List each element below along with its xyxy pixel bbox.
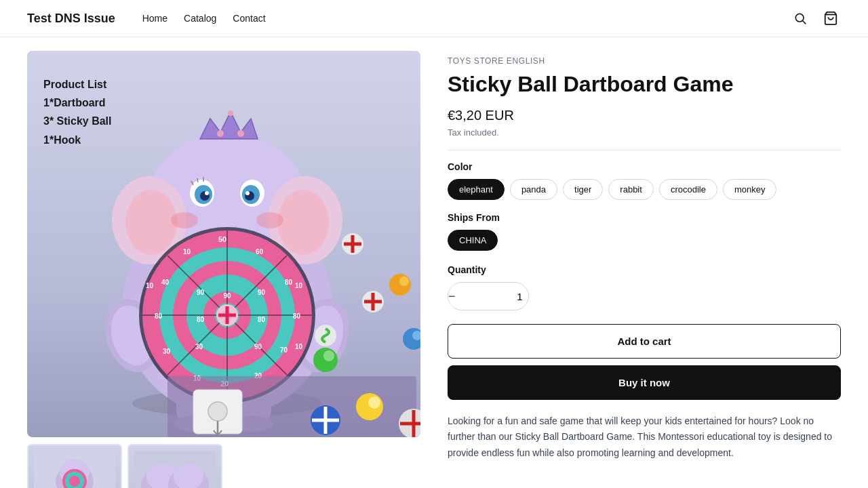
quantity-input[interactable]	[456, 291, 529, 302]
product-description: Looking for a fun and safe game that wil…	[448, 413, 841, 460]
main-product-image: Product List 1*Dartboard 3* Sticky Ball …	[27, 51, 420, 437]
svg-text:40: 40	[161, 279, 170, 286]
svg-text:90: 90	[258, 289, 266, 296]
image-background: Product List 1*Dartboard 3* Sticky Ball …	[27, 51, 420, 437]
search-icon	[793, 12, 807, 25]
svg-point-8	[228, 110, 233, 116]
main-content: Product List 1*Dartboard 3* Sticky Ball …	[0, 37, 868, 488]
color-monkey[interactable]: monkey	[723, 179, 777, 200]
main-nav: Home Catalog Contact	[142, 13, 791, 24]
product-title: Sticky Ball Dartboard Game	[448, 71, 841, 97]
color-options: elephant panda tiger rabbit crocodile mo…	[448, 179, 841, 200]
svg-text:80: 80	[258, 316, 266, 323]
svg-line-1	[803, 21, 806, 24]
cart-icon	[823, 11, 838, 26]
header-icons	[791, 8, 841, 28]
svg-point-91	[368, 396, 380, 409]
svg-text:90: 90	[254, 343, 262, 350]
svg-text:80: 80	[155, 312, 163, 320]
thumb-image-1	[28, 445, 121, 488]
product-illustration: 50 60 80 80 70 20 20 10 30 80 40 10 10 9…	[27, 51, 420, 437]
ships-from-options: CHINA	[448, 230, 841, 251]
add-to-cart-button[interactable]: Add to cart	[448, 324, 841, 359]
thumb-image-2	[129, 445, 221, 488]
color-elephant[interactable]: elephant	[448, 179, 505, 200]
vendor-label: TOYS STORE ENGLISH	[448, 56, 841, 66]
svg-point-17	[205, 191, 209, 195]
svg-text:70: 70	[280, 346, 288, 354]
svg-point-73	[389, 274, 411, 296]
nav-contact[interactable]: Contact	[233, 13, 265, 24]
color-option-label: Color	[448, 161, 841, 172]
svg-text:10: 10	[146, 282, 154, 289]
ship-china[interactable]: CHINA	[448, 230, 498, 251]
quantity-decrease[interactable]: −	[448, 283, 456, 310]
search-button[interactable]	[791, 9, 810, 28]
svg-text:80: 80	[293, 312, 301, 320]
svg-point-24	[245, 191, 250, 195]
tax-note: Tax included.	[448, 127, 841, 138]
svg-point-90	[356, 393, 383, 420]
svg-point-85	[323, 350, 334, 361]
color-rabbit[interactable]: rabbit	[608, 179, 654, 200]
quantity-label: Quantity	[448, 264, 841, 275]
svg-text:80: 80	[197, 316, 205, 323]
price-section: €3,20 EUR	[448, 108, 841, 123]
divider-1	[448, 150, 841, 150]
thumbnail-strip	[27, 444, 420, 488]
svg-text:30: 30	[195, 343, 203, 350]
svg-line-19	[197, 178, 198, 182]
product-info: TOYS STORE ENGLISH Sticky Ball Dartboard…	[448, 51, 841, 488]
svg-text:50: 50	[218, 235, 226, 243]
thumbnail-1[interactable]	[27, 444, 122, 488]
svg-text:10: 10	[295, 343, 303, 350]
color-panda[interactable]: panda	[510, 179, 557, 200]
svg-text:90: 90	[197, 289, 205, 296]
svg-point-9	[237, 130, 244, 137]
svg-point-0	[795, 14, 804, 22]
svg-marker-6	[200, 112, 258, 139]
thumb-svg-2	[134, 451, 216, 488]
svg-point-96	[208, 402, 227, 421]
thumbnail-2[interactable]	[127, 444, 222, 488]
svg-point-7	[217, 130, 224, 137]
svg-point-103	[69, 476, 80, 487]
svg-point-74	[399, 277, 409, 286]
cart-button[interactable]	[821, 8, 841, 28]
ships-from-label: Ships From	[448, 212, 841, 223]
quantity-control: − +	[448, 282, 529, 310]
color-crocodile[interactable]: crocodile	[659, 179, 717, 200]
svg-text:80: 80	[285, 279, 293, 286]
svg-text:30: 30	[163, 348, 171, 355]
svg-point-25	[171, 212, 198, 228]
color-tiger[interactable]: tiger	[563, 179, 603, 200]
thumb-svg-1	[34, 451, 115, 488]
svg-text:10: 10	[183, 248, 191, 256]
site-logo[interactable]: Test DNS Issue	[27, 12, 115, 26]
product-price: €3,20 EUR	[448, 108, 514, 123]
buy-now-button[interactable]: Buy it now	[448, 365, 841, 400]
svg-text:90: 90	[223, 292, 231, 300]
product-gallery: Product List 1*Dartboard 3* Sticky Ball …	[27, 51, 420, 488]
svg-point-13	[277, 190, 329, 255]
svg-text:10: 10	[295, 282, 303, 289]
svg-text:60: 60	[256, 248, 264, 256]
nav-catalog[interactable]: Catalog	[184, 13, 216, 24]
nav-home[interactable]: Home	[142, 13, 167, 24]
svg-point-11	[125, 190, 177, 255]
svg-point-26	[256, 212, 283, 228]
site-header: Test DNS Issue Home Catalog Contact	[0, 0, 868, 37]
